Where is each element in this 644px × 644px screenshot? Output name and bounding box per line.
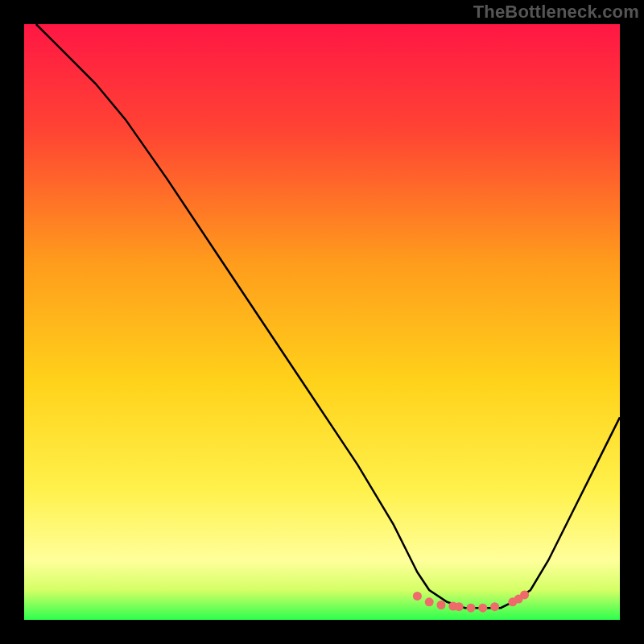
bottleneck-chart xyxy=(0,0,644,644)
highlight-dot xyxy=(437,601,446,609)
highlight-dot xyxy=(455,602,464,611)
highlight-dot xyxy=(413,592,422,601)
plot-background xyxy=(24,24,620,620)
highlight-dot xyxy=(467,604,476,613)
highlight-dot xyxy=(478,604,487,613)
highlight-dot xyxy=(490,602,499,611)
highlight-dot xyxy=(425,597,434,606)
highlight-dot xyxy=(520,590,529,599)
chart-frame: { "watermark": "TheBottleneck.com", "cha… xyxy=(0,0,644,644)
